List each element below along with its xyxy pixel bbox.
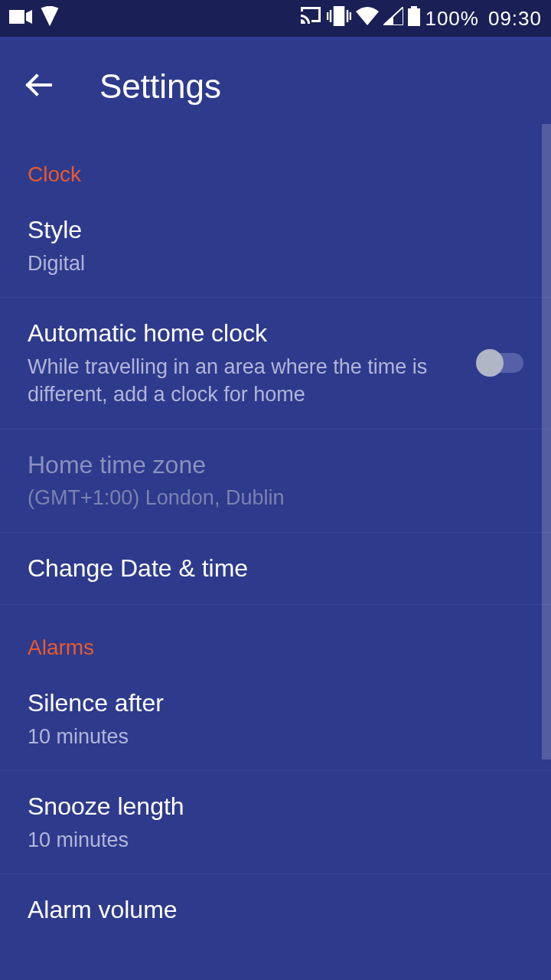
status-right: 100% 09:30: [299, 6, 542, 31]
section-header-clock: Clock: [0, 147, 551, 194]
setting-home-timezone: Home time zone (GMT+1:00) London, Dublin: [0, 430, 551, 533]
setting-style-value: Digital: [28, 250, 508, 277]
setting-style-title: Style: [28, 214, 508, 247]
setting-silence-title: Silence after: [28, 688, 508, 720]
setting-changedate-title: Change Date & time: [28, 553, 508, 585]
setting-auto-home-desc: While travelling in an area where the ti…: [28, 353, 462, 409]
check-icon: [40, 6, 60, 31]
signal-icon: [383, 7, 403, 31]
auto-home-toggle[interactable]: [478, 353, 523, 373]
toggle-thumb: [476, 349, 504, 377]
setting-volume-title: Alarm volume: [28, 894, 508, 926]
setting-change-date-time[interactable]: Change Date & time: [0, 533, 551, 606]
battery-icon: [408, 6, 420, 31]
section-header-alarms: Alarms: [0, 605, 551, 668]
wifi-icon: [356, 7, 379, 31]
videocam-icon: [9, 7, 32, 31]
back-icon[interactable]: [23, 70, 54, 103]
page-title: Settings: [99, 67, 221, 106]
app-bar: Settings: [0, 37, 551, 144]
cast-icon: [299, 7, 322, 31]
setting-snooze-value: 10 minutes: [28, 826, 508, 854]
setting-hometz-title: Home time zone: [28, 449, 508, 482]
setting-snooze-title: Snooze length: [28, 791, 508, 823]
status-left: [9, 6, 60, 31]
setting-snooze-length[interactable]: Snooze length 10 minutes: [0, 771, 551, 874]
setting-auto-home-clock[interactable]: Automatic home clock While travelling in…: [0, 298, 551, 429]
scrollbar[interactable]: [542, 124, 551, 760]
clock-text: 09:30: [488, 7, 542, 31]
setting-silence-after[interactable]: Silence after 10 minutes: [0, 668, 551, 771]
setting-auto-home-title: Automatic home clock: [28, 318, 462, 350]
setting-silence-value: 10 minutes: [28, 723, 508, 750]
setting-style[interactable]: Style Digital: [0, 194, 551, 298]
status-bar: 100% 09:30: [0, 0, 551, 37]
battery-text: 100%: [425, 7, 479, 31]
setting-alarm-volume[interactable]: Alarm volume: [0, 874, 551, 946]
vibrate-icon: [327, 6, 351, 31]
setting-hometz-value: (GMT+1:00) London, Dublin: [28, 484, 508, 511]
